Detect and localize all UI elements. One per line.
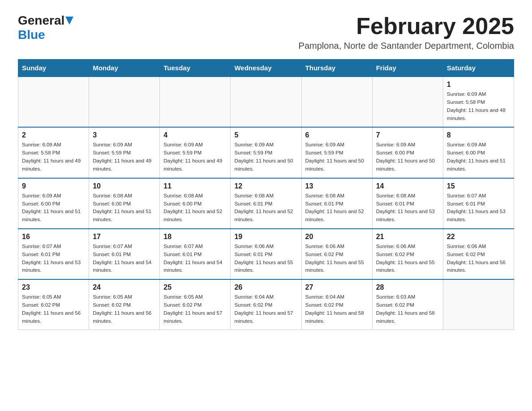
calendar-week-row: 16Sunrise: 6:07 AMSunset: 6:01 PMDayligh… [18, 229, 514, 279]
day-number: 25 [163, 283, 227, 291]
month-title: February 2025 [299, 13, 514, 39]
day-sun-info: Sunrise: 6:08 AMSunset: 6:00 PMDaylight:… [93, 192, 156, 224]
location-subtitle: Pamplona, Norte de Santander Department,… [299, 41, 514, 51]
calendar-day-cell: 5Sunrise: 6:09 AMSunset: 5:59 PMDaylight… [231, 127, 301, 178]
day-sun-info: Sunrise: 6:05 AMSunset: 6:02 PMDaylight:… [163, 293, 227, 325]
calendar-week-row: 9Sunrise: 6:09 AMSunset: 6:00 PMDaylight… [18, 178, 514, 229]
svg-marker-0 [65, 17, 73, 25]
weekday-header-wednesday: Wednesday [231, 60, 301, 77]
day-number: 5 [234, 131, 297, 139]
calendar-day-cell [18, 77, 89, 127]
weekday-header-saturday: Saturday [443, 60, 514, 77]
calendar-day-cell [160, 77, 231, 127]
calendar-day-cell: 6Sunrise: 6:09 AMSunset: 5:59 PMDaylight… [301, 127, 372, 178]
day-sun-info: Sunrise: 6:04 AMSunset: 6:02 PMDaylight:… [234, 293, 297, 325]
day-number: 1 [447, 81, 510, 89]
day-sun-info: Sunrise: 6:09 AMSunset: 5:58 PMDaylight:… [22, 141, 85, 173]
calendar-day-cell: 26Sunrise: 6:04 AMSunset: 6:02 PMDayligh… [231, 279, 301, 330]
day-number: 26 [234, 283, 297, 291]
calendar-day-cell [301, 77, 372, 127]
day-sun-info: Sunrise: 6:09 AMSunset: 5:58 PMDaylight:… [447, 90, 510, 122]
day-sun-info: Sunrise: 6:09 AMSunset: 5:59 PMDaylight:… [234, 141, 297, 173]
day-number: 15 [447, 182, 510, 190]
weekday-header-sunday: Sunday [18, 60, 89, 77]
day-number: 4 [163, 131, 227, 139]
day-sun-info: Sunrise: 6:06 AMSunset: 6:02 PMDaylight:… [376, 243, 439, 274]
calendar-day-cell: 9Sunrise: 6:09 AMSunset: 6:00 PMDaylight… [18, 178, 89, 229]
calendar-day-cell: 22Sunrise: 6:06 AMSunset: 6:02 PMDayligh… [443, 229, 514, 279]
day-sun-info: Sunrise: 6:09 AMSunset: 6:00 PMDaylight:… [22, 192, 85, 224]
calendar-day-cell: 27Sunrise: 6:04 AMSunset: 6:02 PMDayligh… [301, 279, 372, 330]
weekday-header-monday: Monday [89, 60, 160, 77]
day-number: 27 [305, 283, 369, 291]
day-sun-info: Sunrise: 6:06 AMSunset: 6:02 PMDaylight:… [447, 243, 510, 274]
day-sun-info: Sunrise: 6:07 AMSunset: 6:01 PMDaylight:… [447, 192, 510, 224]
calendar-day-cell: 3Sunrise: 6:09 AMSunset: 5:59 PMDaylight… [89, 127, 160, 178]
day-sun-info: Sunrise: 6:09 AMSunset: 5:59 PMDaylight:… [163, 141, 227, 173]
calendar-day-cell: 7Sunrise: 6:09 AMSunset: 6:00 PMDaylight… [372, 127, 443, 178]
logo: General Blue [18, 13, 73, 42]
day-number: 11 [163, 182, 227, 190]
day-sun-info: Sunrise: 6:05 AMSunset: 6:02 PMDaylight:… [93, 293, 156, 325]
day-number: 2 [22, 131, 85, 139]
day-sun-info: Sunrise: 6:08 AMSunset: 6:01 PMDaylight:… [376, 192, 439, 224]
day-number: 23 [22, 283, 85, 291]
day-number: 6 [305, 131, 369, 139]
weekday-header-thursday: Thursday [301, 60, 372, 77]
calendar-day-cell: 11Sunrise: 6:08 AMSunset: 6:00 PMDayligh… [160, 178, 231, 229]
day-sun-info: Sunrise: 6:04 AMSunset: 6:02 PMDaylight:… [305, 293, 369, 325]
day-number: 19 [234, 233, 297, 241]
day-sun-info: Sunrise: 6:07 AMSunset: 6:01 PMDaylight:… [22, 243, 85, 274]
calendar-table: SundayMondayTuesdayWednesdayThursdayFrid… [18, 59, 514, 330]
day-sun-info: Sunrise: 6:06 AMSunset: 6:01 PMDaylight:… [234, 243, 297, 274]
day-number: 24 [93, 283, 156, 291]
calendar-day-cell: 28Sunrise: 6:03 AMSunset: 6:02 PMDayligh… [372, 279, 443, 330]
day-number: 22 [447, 233, 510, 241]
day-sun-info: Sunrise: 6:08 AMSunset: 6:01 PMDaylight:… [305, 192, 369, 224]
day-number: 16 [22, 233, 85, 241]
calendar-day-cell: 25Sunrise: 6:05 AMSunset: 6:02 PMDayligh… [160, 279, 231, 330]
calendar-day-cell: 23Sunrise: 6:05 AMSunset: 6:02 PMDayligh… [18, 279, 89, 330]
calendar-day-cell: 12Sunrise: 6:08 AMSunset: 6:01 PMDayligh… [231, 178, 301, 229]
calendar-week-row: 1Sunrise: 6:09 AMSunset: 5:58 PMDaylight… [18, 77, 514, 127]
day-number: 17 [93, 233, 156, 241]
day-sun-info: Sunrise: 6:07 AMSunset: 6:01 PMDaylight:… [163, 243, 227, 274]
calendar-day-cell: 13Sunrise: 6:08 AMSunset: 6:01 PMDayligh… [301, 178, 372, 229]
day-number: 14 [376, 182, 439, 190]
day-sun-info: Sunrise: 6:08 AMSunset: 6:00 PMDaylight:… [163, 192, 227, 224]
day-sun-info: Sunrise: 6:09 AMSunset: 6:00 PMDaylight:… [447, 141, 510, 173]
weekday-header-friday: Friday [372, 60, 443, 77]
calendar-day-cell: 20Sunrise: 6:06 AMSunset: 6:02 PMDayligh… [301, 229, 372, 279]
logo-general-text: General [18, 13, 64, 28]
day-sun-info: Sunrise: 6:09 AMSunset: 5:59 PMDaylight:… [305, 141, 369, 173]
day-sun-info: Sunrise: 6:03 AMSunset: 6:02 PMDaylight:… [376, 293, 439, 325]
day-number: 21 [376, 233, 439, 241]
weekday-header-row: SundayMondayTuesdayWednesdayThursdayFrid… [18, 60, 514, 77]
calendar-day-cell: 8Sunrise: 6:09 AMSunset: 6:00 PMDaylight… [443, 127, 514, 178]
calendar-day-cell: 24Sunrise: 6:05 AMSunset: 6:02 PMDayligh… [89, 279, 160, 330]
day-number: 13 [305, 182, 369, 190]
logo-blue-text: Blue [18, 28, 45, 42]
calendar-day-cell: 14Sunrise: 6:08 AMSunset: 6:01 PMDayligh… [372, 178, 443, 229]
calendar-day-cell [372, 77, 443, 127]
day-number: 3 [93, 131, 156, 139]
day-number: 20 [305, 233, 369, 241]
calendar-day-cell: 1Sunrise: 6:09 AMSunset: 5:58 PMDaylight… [443, 77, 514, 127]
calendar-day-cell: 2Sunrise: 6:09 AMSunset: 5:58 PMDaylight… [18, 127, 89, 178]
calendar-day-cell: 10Sunrise: 6:08 AMSunset: 6:00 PMDayligh… [89, 178, 160, 229]
day-sun-info: Sunrise: 6:05 AMSunset: 6:02 PMDaylight:… [22, 293, 85, 325]
day-number: 7 [376, 131, 439, 139]
logo-triangle-icon [65, 17, 73, 26]
calendar-day-cell: 15Sunrise: 6:07 AMSunset: 6:01 PMDayligh… [443, 178, 514, 229]
day-sun-info: Sunrise: 6:08 AMSunset: 6:01 PMDaylight:… [234, 192, 297, 224]
calendar-day-cell: 16Sunrise: 6:07 AMSunset: 6:01 PMDayligh… [18, 229, 89, 279]
calendar-week-row: 2Sunrise: 6:09 AMSunset: 5:58 PMDaylight… [18, 127, 514, 178]
page-header: General Blue February 2025 Pamplona, Nor… [18, 13, 514, 51]
calendar-day-cell [443, 279, 514, 330]
calendar-day-cell [89, 77, 160, 127]
day-sun-info: Sunrise: 6:09 AMSunset: 5:59 PMDaylight:… [93, 141, 156, 173]
day-number: 10 [93, 182, 156, 190]
calendar-day-cell: 21Sunrise: 6:06 AMSunset: 6:02 PMDayligh… [372, 229, 443, 279]
calendar-day-cell: 17Sunrise: 6:07 AMSunset: 6:01 PMDayligh… [89, 229, 160, 279]
calendar-day-cell: 4Sunrise: 6:09 AMSunset: 5:59 PMDaylight… [160, 127, 231, 178]
